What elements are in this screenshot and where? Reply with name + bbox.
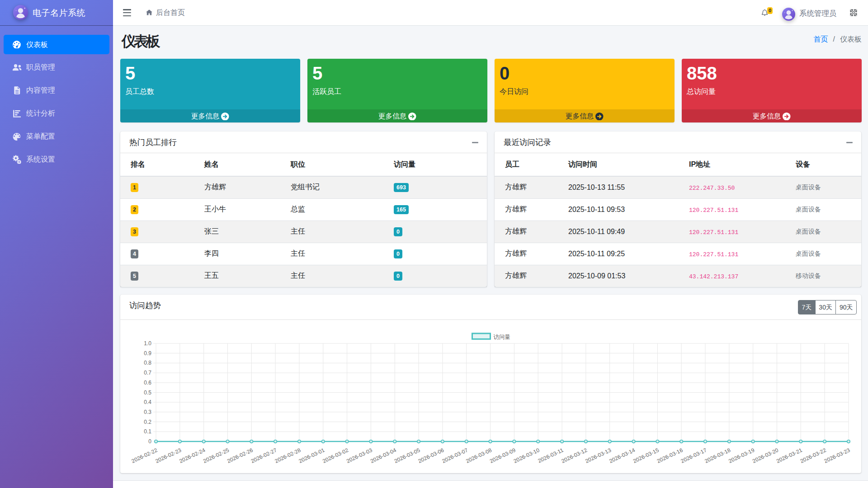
svg-text:2026-03-19: 2026-03-19 xyxy=(727,447,755,465)
svg-text:1.0: 1.0 xyxy=(144,340,151,347)
svg-text:2026-03-23: 2026-03-23 xyxy=(823,447,851,465)
svg-text:2026-02-24: 2026-02-24 xyxy=(178,447,206,465)
svg-text:2026-03-13: 2026-03-13 xyxy=(584,447,612,465)
svg-text:0.5: 0.5 xyxy=(144,389,151,396)
svg-text:2026-03-04: 2026-03-04 xyxy=(369,447,397,465)
svg-text:2026-02-23: 2026-02-23 xyxy=(155,447,183,465)
svg-text:2026-03-07: 2026-03-07 xyxy=(441,447,469,465)
svg-text:2026-02-28: 2026-02-28 xyxy=(274,447,302,465)
svg-text:2026-03-14: 2026-03-14 xyxy=(608,447,636,465)
svg-text:2026-03-20: 2026-03-20 xyxy=(751,447,779,465)
svg-text:2026-03-17: 2026-03-17 xyxy=(680,447,708,465)
svg-text:2026-03-05: 2026-03-05 xyxy=(393,447,421,465)
svg-text:2026-03-08: 2026-03-08 xyxy=(465,447,493,465)
svg-text:0.8: 0.8 xyxy=(144,360,151,366)
svg-text:2026-03-12: 2026-03-12 xyxy=(561,447,589,465)
svg-text:2026-02-26: 2026-02-26 xyxy=(226,447,254,465)
svg-text:2026-03-09: 2026-03-09 xyxy=(489,447,517,465)
svg-text:0.3: 0.3 xyxy=(144,409,151,415)
svg-text:2026-03-22: 2026-03-22 xyxy=(799,447,827,465)
svg-text:2026-03-16: 2026-03-16 xyxy=(656,447,684,465)
svg-text:2026-03-06: 2026-03-06 xyxy=(417,447,445,465)
svg-text:2026-03-01: 2026-03-01 xyxy=(298,447,326,465)
svg-text:2026-02-22: 2026-02-22 xyxy=(131,447,159,465)
svg-text:0.1: 0.1 xyxy=(144,428,151,435)
svg-text:2026-02-27: 2026-02-27 xyxy=(250,447,278,465)
svg-text:0.2: 0.2 xyxy=(144,419,151,425)
svg-text:2026-02-25: 2026-02-25 xyxy=(202,447,230,465)
svg-text:0.7: 0.7 xyxy=(144,370,151,376)
svg-text:2026-03-03: 2026-03-03 xyxy=(345,447,373,465)
svg-text:2026-03-15: 2026-03-15 xyxy=(632,447,660,465)
svg-text:2026-03-21: 2026-03-21 xyxy=(775,447,803,465)
svg-text:0: 0 xyxy=(148,438,151,445)
svg-text:2026-03-18: 2026-03-18 xyxy=(704,447,732,465)
svg-text:2026-03-02: 2026-03-02 xyxy=(321,447,349,465)
svg-text:2026-03-10: 2026-03-10 xyxy=(513,447,541,465)
svg-text:0.6: 0.6 xyxy=(144,380,151,386)
svg-text:0.4: 0.4 xyxy=(144,399,151,405)
svg-text:访问量: 访问量 xyxy=(494,334,511,340)
svg-text:0.9: 0.9 xyxy=(144,350,151,357)
svg-text:2026-03-11: 2026-03-11 xyxy=(537,447,565,464)
